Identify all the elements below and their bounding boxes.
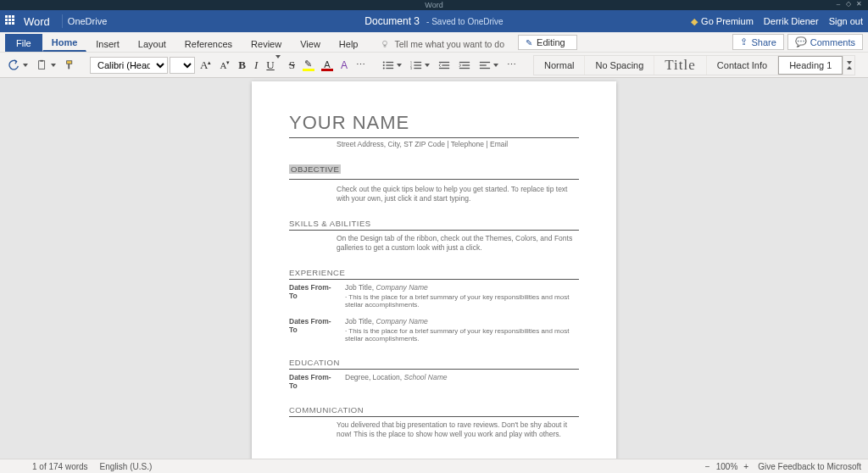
tab-view[interactable]: View: [291, 35, 330, 52]
language-status[interactable]: English (U.S.): [100, 462, 153, 471]
close-icon[interactable]: ✕: [854, 0, 863, 8]
decrease-indent-button[interactable]: [435, 58, 453, 73]
editing-mode-label: Editing: [537, 37, 565, 47]
education-school[interactable]: School Name: [403, 373, 447, 381]
zoom-in-button[interactable]: +: [741, 462, 751, 471]
go-premium-link[interactable]: Go Premium: [691, 16, 754, 27]
align-left-button[interactable]: [476, 58, 502, 73]
numbering-button[interactable]: 123: [407, 58, 433, 73]
tab-references[interactable]: References: [175, 35, 242, 52]
styles-gallery: Normal No Spacing Title Contact Info Hea…: [533, 55, 855, 75]
user-name[interactable]: Derrik Diener: [764, 16, 819, 26]
tab-home[interactable]: Home: [42, 33, 87, 52]
highlight-color-button[interactable]: ✎: [300, 57, 317, 73]
svg-text:3: 3: [410, 67, 412, 70]
increase-indent-button[interactable]: [455, 58, 474, 73]
style-normal[interactable]: Normal: [534, 56, 585, 75]
strikethrough-button[interactable]: S: [286, 57, 298, 74]
tab-file[interactable]: File: [5, 34, 42, 52]
education-dates[interactable]: Dates From-To: [289, 373, 337, 390]
paste-button[interactable]: [33, 58, 59, 73]
objective-body[interactable]: Check out the quick tips below to help y…: [337, 185, 579, 203]
more-paragraph-options[interactable]: ⋯: [504, 58, 520, 72]
undo-button[interactable]: [5, 58, 31, 73]
bullets-button[interactable]: [379, 58, 405, 73]
font-size-select[interactable]: 13: [170, 57, 195, 74]
chevron-down-icon: [397, 64, 402, 67]
skills-body[interactable]: On the Design tab of the ribbon, check o…: [337, 234, 579, 253]
maximize-icon[interactable]: ◇: [844, 0, 853, 8]
pencil-icon: ✎: [526, 38, 532, 47]
document-page[interactable]: YOUR NAME Street Address, City, ST ZIP C…: [252, 81, 616, 459]
app-header: Word OneDrive Document 3 - Saved to OneD…: [0, 10, 868, 32]
chevron-down-icon: [425, 64, 430, 67]
svg-point-0: [383, 41, 387, 45]
clear-formatting-button[interactable]: A: [337, 58, 351, 73]
tab-insert[interactable]: Insert: [86, 35, 129, 52]
contact-line[interactable]: Street Address, City, ST ZIP Code | Tele…: [337, 140, 579, 148]
word-count[interactable]: 1 of 174 words: [32, 462, 88, 471]
share-button[interactable]: ⇪ Share: [732, 34, 783, 50]
font-name-select[interactable]: Calibri (Heading…: [90, 57, 168, 74]
svg-rect-3: [40, 59, 43, 61]
format-painter-button[interactable]: [61, 58, 80, 73]
tab-help[interactable]: Help: [330, 35, 368, 52]
section-skills-title[interactable]: SKILLS & ABILITIES: [289, 219, 579, 231]
style-heading-1[interactable]: Heading 1: [778, 56, 843, 75]
tab-review[interactable]: Review: [242, 35, 291, 52]
experience-body-1[interactable]: · This is the place for a brief summary …: [345, 327, 579, 342]
style-no-spacing[interactable]: No Spacing: [585, 56, 654, 75]
tell-me-placeholder: Tell me what you want to do: [394, 39, 504, 49]
minimize-icon[interactable]: –: [834, 0, 843, 8]
document-title[interactable]: Document 3: [364, 15, 420, 27]
editing-mode-button[interactable]: ✎ Editing: [518, 35, 577, 50]
experience-job-title-0[interactable]: Job Title,: [345, 283, 374, 292]
italic-button[interactable]: I: [251, 57, 261, 74]
tab-layout[interactable]: Layout: [129, 35, 175, 52]
app-launcher-icon[interactable]: [5, 15, 17, 27]
os-titlebar: Word – ◇ ✕: [0, 0, 868, 10]
underline-button[interactable]: U: [263, 57, 283, 74]
chevron-down-icon: [275, 55, 281, 71]
status-bar: 1 of 174 words English (U.S.) − 100% + G…: [0, 459, 868, 473]
section-objective-title[interactable]: OBJECTIVE: [289, 164, 341, 174]
comment-icon: 💬: [795, 36, 807, 47]
document-canvas[interactable]: YOUR NAME Street Address, City, ST ZIP C…: [0, 78, 868, 459]
font-color-button[interactable]: A: [319, 58, 336, 73]
experience-body-0[interactable]: · This is the place for a brief summary …: [345, 293, 579, 309]
section-education-title[interactable]: EDUCATION: [289, 358, 579, 370]
chevron-down-icon: [23, 64, 28, 67]
style-title[interactable]: Title: [654, 56, 707, 75]
grow-font-button[interactable]: A▴: [197, 57, 214, 74]
sign-out-link[interactable]: Sign out: [829, 16, 863, 26]
experience-job-title-1[interactable]: Job Title,: [345, 317, 374, 326]
ribbon-tabs: File Home Insert Layout References Revie…: [0, 32, 868, 53]
feedback-link[interactable]: Give Feedback to Microsoft: [758, 462, 861, 471]
styles-more-button[interactable]: [843, 56, 854, 75]
communication-body[interactable]: You delivered that big presentation to r…: [337, 420, 579, 439]
tell-me-search[interactable]: Tell me what you want to do: [376, 36, 509, 52]
experience-company-0[interactable]: Company Name: [376, 283, 427, 292]
ribbon-toolbar: Calibri (Heading… 13 A▴ A▾ B I U S ✎ A A…: [0, 53, 868, 78]
highlight-swatch: [303, 69, 314, 71]
service-label[interactable]: OneDrive: [68, 16, 107, 26]
experience-dates-0[interactable]: Dates From-To: [289, 283, 337, 309]
resume-name-heading[interactable]: YOUR NAME: [289, 112, 579, 138]
section-experience-title[interactable]: EXPERIENCE: [289, 268, 579, 280]
section-communication-title[interactable]: COMMUNICATION: [289, 405, 579, 417]
bold-button[interactable]: B: [235, 57, 249, 74]
divider: [62, 14, 63, 28]
experience-company-1[interactable]: Company Name: [376, 317, 427, 326]
education-line[interactable]: Degree, Location,: [345, 373, 402, 381]
zoom-out-button[interactable]: −: [703, 462, 713, 471]
shrink-font-button[interactable]: A▾: [216, 58, 233, 72]
more-font-options[interactable]: ⋯: [353, 58, 369, 72]
svg-rect-4: [67, 60, 72, 64]
comments-button[interactable]: 💬 Comments: [787, 34, 863, 50]
share-icon: ⇪: [740, 36, 748, 47]
svg-point-6: [383, 64, 385, 65]
zoom-level[interactable]: 100%: [716, 462, 738, 471]
experience-dates-1[interactable]: Dates From-To: [289, 317, 337, 342]
app-name[interactable]: Word: [24, 15, 50, 28]
style-contact-info[interactable]: Contact Info: [707, 56, 778, 75]
